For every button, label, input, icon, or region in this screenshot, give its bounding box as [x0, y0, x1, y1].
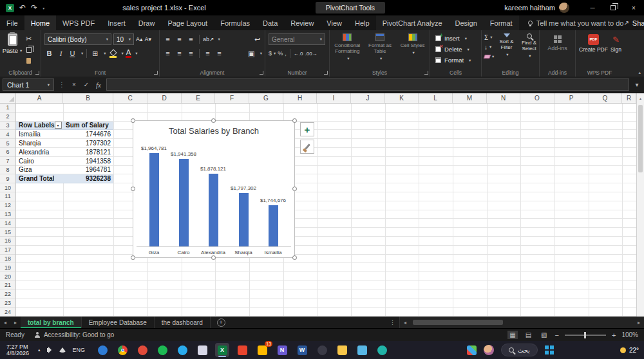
pivot-chart[interactable]: Total Salaries by Branch $1,964,781Giza$… — [133, 120, 295, 258]
comma-style-button[interactable]: , — [285, 50, 287, 57]
row-header-1[interactable]: 1 — [0, 104, 15, 113]
share-button[interactable]: ↗ Share — [623, 15, 644, 30]
column-header-C[interactable]: C — [113, 93, 147, 103]
increase-indent-button[interactable]: ≡ — [214, 48, 224, 59]
pivot-row-label[interactable]: Ismailia — [16, 130, 63, 139]
zoom-slider[interactable] — [565, 335, 606, 336]
ribbon-tab-data[interactable]: Data — [256, 15, 284, 30]
column-header-P[interactable]: P — [554, 93, 589, 103]
taskbar-clock[interactable]: 7:27 PM 4/8/2026 — [0, 344, 35, 356]
row-header-21[interactable]: 21 — [0, 281, 15, 290]
format-cells-button[interactable]: Format▾ — [435, 55, 478, 65]
pivot-row-label[interactable]: Alexandria — [16, 148, 63, 157]
sheet-tab-the-dashboard[interactable]: the dashboard — [155, 317, 211, 328]
pivot-row-label[interactable]: Giza — [16, 166, 63, 175]
sheet-tab-employee-database[interactable]: Employee Database — [82, 317, 155, 328]
sort-filter-button[interactable]: Sort & Filter ▾ — [496, 33, 517, 59]
row-header-3[interactable]: 3 — [0, 122, 15, 131]
excel-logo-icon[interactable]: X — [6, 4, 14, 12]
page-break-view-button[interactable]: ▧ — [539, 331, 549, 339]
underline-button[interactable]: U — [68, 48, 77, 59]
chart-bar-giza[interactable] — [149, 153, 159, 247]
insert-cells-button[interactable]: Insert▾ — [435, 33, 478, 43]
addins-button[interactable]: Add-ins — [540, 35, 575, 51]
chart-resize-handle[interactable] — [292, 118, 297, 123]
alignment-dialog-launcher[interactable] — [260, 71, 263, 75]
pivot-row-value[interactable]: 1941358 — [63, 157, 113, 166]
row-header-19[interactable]: 19 — [0, 263, 15, 272]
sheet-tab-total-by-branch[interactable]: total by branch — [21, 317, 82, 328]
scroll-left-icon[interactable]: ◂ — [400, 320, 410, 326]
fill-button[interactable]: ↓▾ — [484, 42, 494, 51]
page-layout-view-button[interactable]: ▤ — [524, 331, 533, 339]
cell-grid[interactable]: Row Labels▾Sum of SalaryIsmailia1744676S… — [16, 104, 636, 317]
row-header-20[interactable]: 20 — [0, 272, 15, 281]
taskbar-folder-icon[interactable] — [335, 343, 349, 357]
user-app-icon[interactable] — [484, 345, 494, 355]
sheet-nav-left-button[interactable]: ◂ — [0, 317, 10, 328]
row-header-23[interactable]: 23 — [0, 299, 15, 308]
ribbon-tab-insert[interactable]: Insert — [101, 15, 132, 30]
chart-resize-handle[interactable] — [131, 118, 135, 123]
row-header-14[interactable]: 14 — [0, 219, 15, 228]
font-color-button[interactable]: A — [126, 49, 131, 58]
cut-button[interactable]: ✂ — [24, 33, 33, 44]
column-header-J[interactable]: J — [351, 93, 385, 103]
autosum-button[interactable]: Σ▾ — [484, 33, 494, 42]
font-color-caret-icon[interactable]: ▾ — [135, 51, 137, 56]
taskbar-excel-icon[interactable]: X — [215, 343, 229, 357]
column-header-Q[interactable]: Q — [589, 93, 622, 103]
taskbar-chrome-icon[interactable] — [115, 343, 129, 357]
ribbon-tab-page-layout[interactable]: Page Layout — [161, 15, 214, 30]
orientation-button[interactable]: ab↗ — [203, 34, 214, 44]
chart-bar-alexandria[interactable] — [209, 174, 218, 247]
ribbon-tab-file[interactable]: File — [0, 15, 24, 30]
pivot-grand-total-label[interactable]: Grand Total — [16, 174, 63, 183]
collapse-ribbon-button[interactable]: ▴ — [638, 70, 641, 75]
scroll-up-icon[interactable]: ▴ — [637, 93, 644, 100]
tell-me-box[interactable]: Tell me what you want to do — [528, 15, 624, 30]
qat-customize-caret-icon[interactable]: ▾ — [43, 6, 44, 10]
taskbar-spotify-icon[interactable] — [155, 343, 169, 357]
conditional-formatting-button[interactable]: Conditional Formatting ▾ — [332, 33, 363, 61]
column-header-F[interactable]: F — [215, 93, 249, 103]
accessibility-status[interactable]: Accessibility: Good to go — [35, 331, 115, 338]
row-header-2[interactable]: 2 — [0, 113, 15, 122]
accounting-format-button[interactable]: $▾ — [269, 50, 276, 57]
column-header-O[interactable]: O — [520, 93, 554, 103]
column-header-E[interactable]: E — [182, 93, 215, 103]
underline-caret-icon[interactable]: ▾ — [81, 51, 83, 56]
chart-resize-handle[interactable] — [211, 255, 216, 260]
bold-button[interactable]: B — [44, 48, 54, 59]
column-header-A[interactable]: A — [16, 93, 63, 103]
paste-button[interactable]: Paste▾ — [3, 33, 22, 66]
chart-styles-button[interactable] — [300, 140, 314, 154]
pivot-row-label[interactable]: Cairo — [16, 157, 63, 166]
font-name-select[interactable]: Calibri (Body)▾ — [44, 33, 111, 45]
row-header-24[interactable]: 24 — [0, 308, 15, 317]
chart-resize-handle[interactable] — [292, 255, 297, 260]
name-box[interactable]: Chart 1▾ — [3, 78, 54, 91]
enter-entry-button[interactable]: ✓ — [82, 81, 91, 88]
create-pdf-button[interactable]: PDF Create PDF — [579, 34, 608, 53]
align-middle-button[interactable]: ≡ — [175, 34, 184, 44]
pivot-row-value[interactable]: 1797302 — [63, 139, 113, 148]
align-bottom-button[interactable]: ≡ — [186, 34, 196, 44]
close-button[interactable]: × — [623, 0, 644, 15]
row-header-12[interactable]: 12 — [0, 201, 15, 210]
taskbar-app-red-icon[interactable] — [135, 343, 149, 357]
italic-button[interactable]: I — [56, 48, 66, 59]
column-header-B[interactable]: B — [63, 93, 113, 103]
chart-resize-handle[interactable] — [292, 187, 297, 191]
wifi-icon[interactable] — [59, 347, 66, 353]
row-header-7[interactable]: 7 — [0, 157, 15, 166]
taskbar-photos-icon[interactable] — [355, 343, 369, 357]
align-right-button[interactable]: ≡ — [186, 48, 196, 59]
zoom-out-button[interactable]: − — [555, 331, 559, 339]
clipboard-dialog-launcher[interactable] — [35, 71, 39, 75]
wrap-text-button[interactable]: ↩ — [252, 34, 262, 44]
ribbon-tab-formulas[interactable]: Formulas — [214, 15, 256, 30]
ribbon-tab-design[interactable]: Design — [449, 15, 484, 30]
taskbar-app-orange-icon[interactable] — [235, 343, 249, 357]
column-header-R[interactable]: R — [622, 93, 636, 103]
